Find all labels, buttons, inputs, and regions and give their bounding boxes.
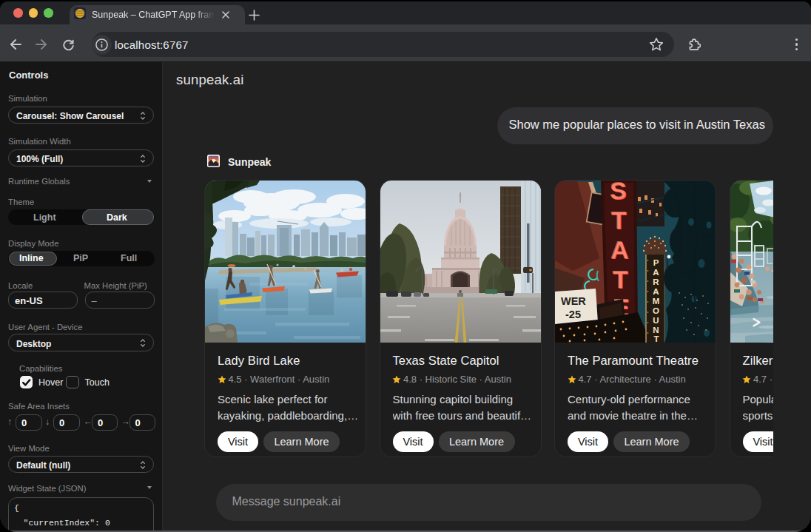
svg-text:P: P <box>653 258 659 267</box>
svg-text:T: T <box>613 265 628 293</box>
svg-text:U: U <box>653 316 659 325</box>
svg-text:WER: WER <box>561 295 586 307</box>
svg-text:T: T <box>653 334 659 343</box>
svg-text:A: A <box>653 287 659 296</box>
svg-text:A: A <box>610 235 629 263</box>
svg-text:N: N <box>653 326 659 334</box>
svg-text:-25: -25 <box>565 309 581 320</box>
svg-text:A: A <box>653 268 659 277</box>
svg-text:R: R <box>653 277 659 286</box>
svg-text:T: T <box>611 206 627 234</box>
svg-text:O: O <box>653 306 659 315</box>
svg-text:S: S <box>610 181 627 204</box>
svg-text:M: M <box>653 297 660 306</box>
